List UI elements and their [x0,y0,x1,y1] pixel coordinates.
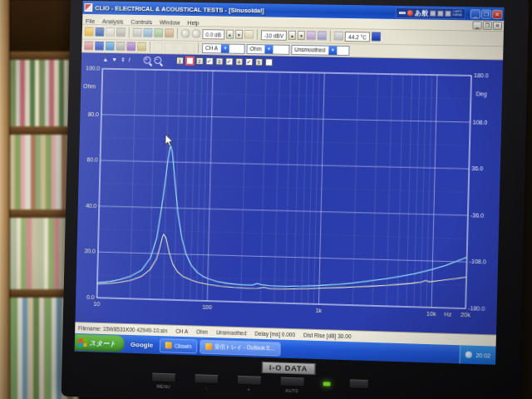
ime-minimize-icon[interactable] [399,11,406,13]
menu-file[interactable]: File [86,18,95,24]
zoom-in-icon[interactable]: + [143,57,150,64]
taskbar-task-0[interactable]: Cliowin [160,338,198,353]
task-label: Cliowin [175,342,192,349]
output-up-button[interactable]: ▲ [226,30,234,39]
phase-icon[interactable] [126,42,135,51]
close-button[interactable]: ✕ [492,9,502,18]
google-deskbar[interactable]: Google [131,340,153,348]
monitor-menu-button[interactable] [151,373,176,383]
status-filename: Filename: 15W8531K00 42949-10.sin [78,325,167,333]
temperature-value[interactable]: 44.2 °C [345,31,370,42]
menu-controls[interactable]: Controls [131,19,152,25]
menu-window[interactable]: Window [160,19,180,25]
qc-box-icon[interactable] [334,32,343,41]
photo-scene: CLIO - ELECTRICAL & ACOUSTICAL TESTS - [… [0,0,532,399]
input-dial-icon[interactable] [192,29,201,38]
x-tick: 100 [202,304,212,310]
export-icon[interactable] [106,27,115,37]
y-right-tick: 36.0 [471,165,483,171]
x-tick: 10k [426,311,436,317]
menu-analysis[interactable]: Analysis [102,18,124,24]
settings-icon[interactable] [116,42,125,51]
marker-button[interactable]: I [129,57,131,63]
start-measurement-icon[interactable] [95,42,104,51]
fft-icon[interactable] [143,28,152,37]
mdi-restore-button[interactable]: ❐ [483,22,492,30]
unit-select[interactable]: Ohm▼ [247,43,290,54]
expand-button[interactable]: ⇕ [121,57,126,63]
start-label: スタート [89,338,116,348]
tray-icon[interactable] [466,352,472,358]
input-sensitivity-value[interactable]: -10 dBV [261,30,288,41]
mls-icon[interactable] [154,28,163,37]
plot-border [97,69,471,308]
scale-icon[interactable] [137,42,146,52]
ime-keyboard-icon[interactable] [430,10,436,16]
task-icon [165,342,172,348]
start-button[interactable]: スタート [75,334,125,352]
microphone-2-icon[interactable] [318,31,327,40]
impedance-chart[interactable]: 100.080.060.040.020.00.0Ohm180.0108.036.… [76,65,500,324]
microphone-icon[interactable] [307,31,316,40]
curve-buttons: 12✓3✓4✓5 [176,57,273,66]
monitor-plus-button[interactable] [237,376,262,386]
monitor: CLIO - ELECTRICAL & ACOUSTICAL TESTS - [… [62,0,530,399]
monitor-auto-button[interactable] [280,377,305,387]
status-unit: Ohm [196,329,208,335]
curve-3-button[interactable]: 3 [215,57,223,65]
output-level-value[interactable]: 0.0 dB [202,29,224,39]
power-button[interactable] [349,379,369,389]
curve-2-checkbox[interactable]: ✓ [205,57,213,65]
shelf-top-shadow [10,0,78,52]
new-measurement-icon[interactable] [84,42,93,51]
curve-1-checkbox[interactable] [186,57,194,65]
input-down-button[interactable]: ▼ [298,31,305,40]
tray-clock[interactable]: 20:02 [475,352,490,358]
autoscale-icon[interactable] [106,42,115,51]
smoothing-select[interactable]: Unsmoothed▼ [291,44,349,55]
x-unit: Hz [444,311,451,317]
channel-select[interactable]: CH A▼ [202,43,245,54]
monitor-minus-button[interactable] [194,374,219,384]
y-left-tick: 60.0 [86,157,98,163]
save-icon[interactable] [95,27,104,37]
scale-down-button[interactable]: ▼ [111,57,117,63]
curve-5-button[interactable]: 5 [255,58,263,66]
sinusoidal-icon[interactable] [165,28,174,37]
curve-4-checkbox[interactable]: ✓ [245,58,253,66]
mdi-minimize-button[interactable]: ▁ [472,21,481,29]
ime-tools-icon[interactable] [437,10,443,16]
output-down-button[interactable]: ▼ [235,30,243,39]
curve-4-button[interactable]: 4 [235,58,243,66]
input-up-button[interactable]: ▲ [288,31,296,40]
curve-1-button[interactable]: 1 [176,57,184,64]
curve-5-checkbox[interactable] [265,58,273,66]
x-tick: 10 [94,301,101,307]
menu-help[interactable]: Help [187,20,199,26]
mdi-close-button[interactable]: ✕ [493,22,502,30]
disabled-tool-icon [165,42,174,52]
monitor-tool-icon[interactable] [372,32,381,42]
ime-kana-label: KANA [453,13,462,17]
multimeter-icon[interactable] [133,28,142,37]
ime-language-bar[interactable]: あ般 CAPS KANA [396,7,466,18]
scale-up-button[interactable]: ▲ [102,56,108,62]
curve-2-button[interactable]: 2 [195,57,203,65]
power-led [323,382,331,386]
restore-button[interactable]: ❐ [481,9,491,18]
speaker-icon[interactable] [244,30,254,39]
open-file-icon[interactable] [85,27,94,37]
generator-dial-icon[interactable] [181,29,190,38]
zoom-out-icon[interactable]: − [154,57,161,64]
curve-3-checkbox[interactable]: ✓ [225,57,233,65]
minimize-button[interactable]: _ [470,9,480,18]
graph-window: ▲ ▼ ⇕ I + − 12✓3✓4✓5 100.080.060.040.020… [75,52,503,334]
ime-input-mode-icon[interactable] [407,10,413,16]
toolbar-separator [330,31,331,42]
y-right-tick: -108.0 [469,259,485,265]
taskbar-task-1[interactable]: 受信トレイ - Outlook E... [200,339,280,356]
ime-mode-label[interactable]: あ般 [415,8,429,17]
print-icon[interactable] [116,27,126,37]
ime-pad-icon[interactable] [445,10,451,16]
channel-value: CH A [205,45,218,51]
